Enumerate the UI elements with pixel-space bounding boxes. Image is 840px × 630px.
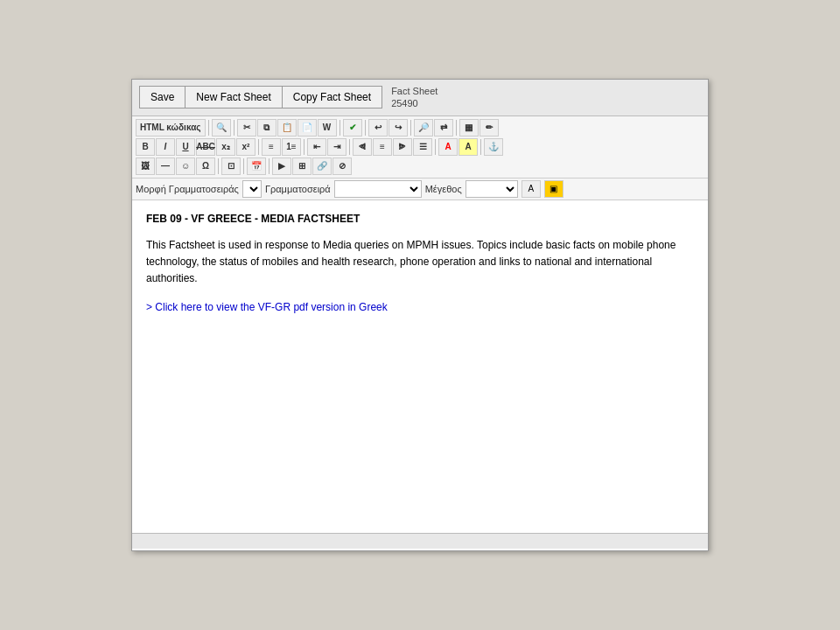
underline-button[interactable]: U <box>176 138 195 156</box>
replace-button[interactable]: ⇄ <box>434 119 453 136</box>
new-fact-sheet-button[interactable]: New Fact Sheet <box>185 86 281 108</box>
copy-button[interactable]: ⧉ <box>257 119 276 136</box>
subscript-button[interactable]: x₂ <box>216 138 235 156</box>
font-label: Γραμματοσειρά <box>265 184 331 194</box>
align-right-button[interactable]: ⫸ <box>393 138 412 156</box>
date-button[interactable]: 📅 <box>247 158 266 175</box>
increase-indent-button[interactable]: ⇥ <box>327 138 346 156</box>
format-bar: Μορφή Γραμματοσειράς Γραμματοσειρά Μέγεθ… <box>132 178 708 200</box>
paste-plain-button[interactable]: 📄 <box>298 119 317 136</box>
zoom-button[interactable]: 🔍 <box>212 119 231 136</box>
content-area: FEB 09 - VF GREECE - MEDIA FACTSHEET Thi… <box>132 200 708 533</box>
toolbar-row-3: 🖼 — ☺ Ω ⊡ 📅 ▶ ⊞ 🔗 ⊘ <box>136 157 704 176</box>
iframe-button[interactable]: ⊡ <box>221 158 241 175</box>
bottom-bar <box>132 533 708 549</box>
format-select[interactable] <box>242 180 262 198</box>
copy-fact-sheet-button[interactable]: Copy Fact Sheet <box>282 86 382 108</box>
find-button[interactable]: 🔎 <box>414 119 433 136</box>
size-select[interactable] <box>466 180 518 198</box>
separator-1 <box>208 120 209 136</box>
separator-12 <box>218 158 219 174</box>
save-button[interactable]: Save <box>139 86 185 108</box>
hline-button[interactable]: — <box>156 158 175 175</box>
bold-button[interactable]: B <box>136 138 155 156</box>
separator-5 <box>410 120 411 136</box>
unordered-list-button[interactable]: ≡ <box>262 138 281 156</box>
size-label: Μέγεθος <box>425 184 462 194</box>
html-code-button[interactable]: HTML κώδικας <box>136 119 206 136</box>
content-link: > Click here to view the VF-GR pdf versi… <box>146 299 694 315</box>
separator-14 <box>269 158 270 174</box>
editor-container: Save New Fact Sheet Copy Fact Sheet Fact… <box>131 79 709 551</box>
anchor-button[interactable]: ⚓ <box>484 138 503 156</box>
ordered-list-button[interactable]: 1≡ <box>282 138 301 156</box>
smiley-button[interactable]: ☺ <box>176 158 195 175</box>
format-label: Μορφή Γραμματοσειράς <box>136 184 239 194</box>
paste-word-button[interactable]: W <box>318 119 337 136</box>
separator-2 <box>234 120 234 136</box>
font-select[interactable] <box>334 180 422 198</box>
media-button[interactable]: ▶ <box>272 158 291 175</box>
align-left-button[interactable]: ⫷ <box>353 138 372 156</box>
separator-6 <box>456 120 457 136</box>
content-title: FEB 09 - VF GREECE - MEDIA FACTSHEET <box>146 211 694 227</box>
superscript-button[interactable]: x² <box>236 138 256 156</box>
back-color-button[interactable]: ▣ <box>544 180 564 198</box>
cut-button[interactable]: ✂ <box>237 119 256 136</box>
text-color-button[interactable]: A <box>438 138 458 156</box>
separator-4 <box>365 120 366 136</box>
strikethrough-button[interactable]: ABC <box>196 138 215 156</box>
top-action-bar: Save New Fact Sheet Copy Fact Sheet Fact… <box>132 80 708 116</box>
align-center-button[interactable]: ≡ <box>373 138 392 156</box>
separator-3 <box>340 120 340 136</box>
toolbar-row-2: B I U ABC x₂ x² ≡ 1≡ ⇤ ⇥ ⫷ ≡ ⫸ ☰ A A <box>136 137 704 157</box>
highlight-button[interactable]: A <box>458 138 478 156</box>
draw-button[interactable]: ✏ <box>480 119 499 136</box>
pdf-link[interactable]: > Click here to view the VF-GR pdf versi… <box>146 301 388 313</box>
separator-11 <box>480 139 481 155</box>
toolbar-row-1: HTML κώδικας 🔍 ✂ ⧉ 📋 📄 W ✔ ↩ ↪ 🔎 ⇄ ▦ ✏ <box>136 118 704 137</box>
redo-button[interactable]: ↪ <box>388 119 408 136</box>
content-body: This Factsheet is used in response to Me… <box>146 237 689 288</box>
toolbar-area: HTML κώδικας 🔍 ✂ ⧉ 📋 📄 W ✔ ↩ ↪ 🔎 ⇄ ▦ ✏ <box>132 116 708 178</box>
table-button[interactable]: ▦ <box>459 119 479 136</box>
decrease-indent-button[interactable]: ⇤ <box>307 138 326 156</box>
justify-button[interactable]: ☰ <box>413 138 432 156</box>
separator-9 <box>349 139 350 155</box>
separator-10 <box>435 139 436 155</box>
paste-button[interactable]: 📋 <box>277 119 297 136</box>
separator-8 <box>304 139 304 155</box>
separator-13 <box>243 158 244 174</box>
fore-color-button[interactable]: A <box>522 180 541 198</box>
link-button[interactable]: 🔗 <box>312 158 332 175</box>
template-button[interactable]: ⊞ <box>292 158 312 175</box>
background: Save New Fact Sheet Copy Fact Sheet Fact… <box>0 0 840 630</box>
fact-sheet-id: Fact Sheet 25490 <box>391 85 438 110</box>
spell-check-button[interactable]: ✔ <box>343 119 362 136</box>
italic-button[interactable]: I <box>156 138 175 156</box>
unlink-button[interactable]: ⊘ <box>332 158 352 175</box>
undo-button[interactable]: ↩ <box>368 119 388 136</box>
separator-7 <box>258 139 259 155</box>
special-char-button[interactable]: Ω <box>196 158 215 175</box>
image-button[interactable]: 🖼 <box>136 158 155 175</box>
